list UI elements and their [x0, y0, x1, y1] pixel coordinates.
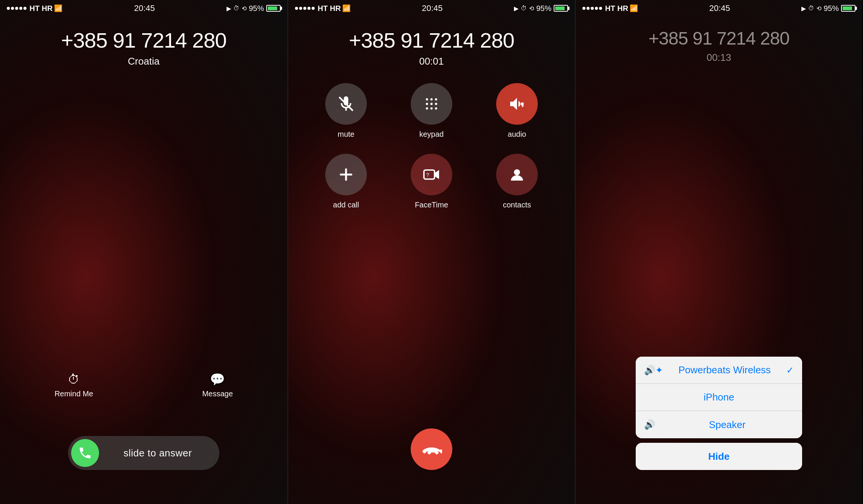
contacts-button[interactable]: contacts	[478, 154, 556, 209]
svg-point-6	[435, 103, 437, 105]
audio-option-iphone[interactable]: iPhone	[636, 384, 802, 411]
dot1	[7, 7, 10, 10]
phone-number-2: +385 91 7214 280	[288, 28, 575, 53]
call-info-2: +385 91 7214 280 00:01	[288, 28, 575, 67]
svg-point-3	[435, 98, 437, 100]
svg-text:✦: ✦	[521, 104, 525, 109]
phone-icon	[78, 446, 92, 460]
battery-fill-1	[268, 6, 278, 10]
mute-button[interactable]: mute	[307, 83, 385, 139]
audio-label: audio	[508, 130, 526, 139]
slide-to-answer[interactable]: slide to answer	[68, 436, 219, 470]
dot5	[23, 7, 26, 10]
screen-audio-picker: HT HR 📶 20:45 ▶ ⏱ ⟲ 95% +385 91 7214 280…	[575, 0, 862, 504]
carrier-label: HT HR	[29, 4, 53, 13]
status-bar-2: HT HR 📶 20:45 ▶ ⏱ ⟲ 95%	[288, 0, 575, 17]
hide-label: Hide	[708, 451, 730, 462]
audio-menu: 🔊✦ Powerbeats Wireless ✓ iPhone 🔊️ Speak…	[636, 357, 802, 438]
speaker-label: Speaker	[661, 419, 794, 431]
mute-circle	[325, 83, 367, 125]
facetime-button[interactable]: ? FaceTime	[393, 154, 470, 209]
keypad-button[interactable]: keypad	[393, 83, 470, 139]
remind-me-button[interactable]: ⏱ Remind Me	[54, 373, 93, 398]
bluetooth-icon-3: ⟲	[816, 5, 821, 12]
svg-point-9	[435, 107, 437, 110]
bluetooth-icon-2: ⟲	[529, 5, 534, 12]
answer-circle	[71, 439, 99, 467]
battery-icon-2	[554, 5, 568, 12]
remind-me-label: Remind Me	[54, 390, 93, 398]
dot4	[19, 7, 22, 10]
contacts-label: contacts	[503, 201, 531, 209]
message-btn-icon: 💬	[210, 372, 225, 387]
svg-point-5	[430, 103, 433, 105]
end-call-icon	[421, 439, 442, 460]
svg-point-4	[426, 103, 428, 105]
iphone-label: iPhone	[644, 391, 794, 403]
wifi-icon-2: 📶	[342, 4, 351, 12]
mute-label: mute	[338, 130, 354, 139]
slide-to-answer-label: slide to answer	[99, 447, 216, 459]
speaker-wave-icon: 🔊️	[644, 419, 655, 430]
battery-fill-3	[843, 6, 852, 10]
time-display-3: 20:45	[709, 3, 730, 13]
audio-button[interactable]: ✦ audio	[478, 83, 556, 139]
call-info-1: +385 91 7214 280 Croatia	[0, 28, 287, 67]
dot3	[15, 7, 18, 10]
wifi-icon-3: 📶	[630, 4, 638, 12]
screen-incoming: HT HR 📶 20:45 ▶ ⏱ ⟲ 95% +385 91 7214 280…	[0, 0, 287, 504]
dot2	[11, 7, 14, 10]
audio-circle: ✦	[496, 83, 538, 125]
screen-active: HT HR 📶 20:45 ▶ ⏱ ⟲ 95% +385 91 7214 280…	[287, 0, 575, 504]
svg-point-14	[514, 169, 520, 175]
battery-fill-2	[555, 6, 565, 10]
svg-point-8	[430, 107, 433, 110]
add-call-icon	[337, 165, 355, 184]
wifi-icon: 📶	[54, 4, 62, 12]
bluetooth-icon: ⟲	[242, 5, 247, 12]
status-left-1: HT HR 📶	[7, 4, 62, 13]
call-subtitle-1: Croatia	[0, 56, 287, 67]
keypad-circle	[411, 83, 452, 125]
call-controls: mute keypad	[288, 83, 575, 209]
phone-number-3: +385 91 7214 280	[576, 28, 862, 49]
end-call-button[interactable]	[411, 428, 452, 470]
speaker-bluetooth-icon: 🔊✦	[644, 365, 663, 376]
svg-rect-12	[424, 170, 435, 179]
battery-icon-1	[266, 5, 281, 12]
battery-percent-2: 95%	[536, 4, 551, 13]
status-right-2: ▶ ⏱ ⟲ 95%	[514, 4, 568, 13]
audio-option-powerbeats[interactable]: 🔊✦ Powerbeats Wireless ✓	[636, 357, 802, 384]
location-icon: ▶	[227, 5, 231, 12]
contacts-icon	[508, 165, 526, 184]
status-left-2: HT HR 📶	[295, 4, 351, 13]
add-call-circle	[325, 154, 367, 195]
svg-text:?: ?	[426, 172, 429, 178]
audio-option-speaker[interactable]: 🔊️ Speaker	[636, 411, 802, 438]
contacts-circle	[496, 154, 538, 195]
alarm-icon-2: ⏱	[521, 5, 527, 12]
add-call-label: add call	[333, 201, 359, 209]
message-button[interactable]: 💬 Message	[202, 372, 233, 398]
signal-dots-2	[295, 7, 315, 10]
phone-number-1: +385 91 7214 280	[0, 28, 287, 53]
message-label: Message	[202, 390, 233, 398]
call-timer-3: 00:13	[576, 52, 862, 63]
facetime-circle: ?	[411, 154, 452, 195]
add-call-button[interactable]: add call	[307, 154, 385, 209]
time-display-2: 20:45	[422, 3, 443, 13]
incoming-buttons: ⏱ Remind Me 💬 Message	[0, 372, 287, 398]
battery-percent-3: 95%	[824, 4, 839, 13]
audio-menu-container: 🔊✦ Powerbeats Wireless ✓ iPhone 🔊️ Speak…	[636, 357, 802, 470]
status-bar-1: HT HR 📶 20:45 ▶ ⏱ ⟲ 95%	[0, 0, 287, 17]
facetime-label: FaceTime	[415, 201, 448, 209]
alarm-btn-icon: ⏱	[68, 373, 80, 387]
checkmark-icon: ✓	[786, 365, 794, 376]
keypad-icon	[422, 95, 441, 113]
svg-point-7	[426, 107, 428, 110]
audio-hide-button[interactable]: Hide	[636, 443, 802, 470]
background	[0, 0, 287, 504]
alarm-icon: ⏱	[233, 5, 239, 12]
call-info-3: +385 91 7214 280 00:13	[576, 28, 862, 63]
keypad-label: keypad	[419, 130, 444, 139]
